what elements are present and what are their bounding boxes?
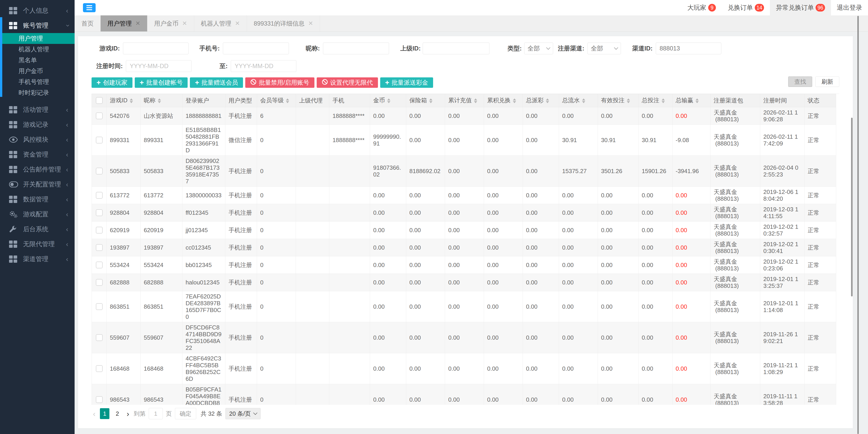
cell-id: 542076 bbox=[107, 107, 141, 124]
tab-detail-899331[interactable]: 899331的详细信息✕ bbox=[247, 16, 320, 31]
reg-time-start-input[interactable] bbox=[126, 60, 191, 72]
column-header-coin[interactable]: 金币 bbox=[370, 94, 406, 107]
topbar-item-abnormal-exchange-orders[interactable]: 异常兑换订单96 bbox=[770, 0, 831, 16]
sidebar-item-backend-system[interactable]: 后台系统‹ bbox=[0, 222, 74, 237]
sidebar-item-game-config[interactable]: 游戏配置‹ bbox=[0, 207, 74, 222]
create-player-button[interactable]: +创建玩家 bbox=[92, 77, 132, 88]
refresh-button[interactable]: 刷新 bbox=[815, 77, 839, 87]
sidebar-item-switch-config-mgmt[interactable]: 开关配置管理‹ bbox=[0, 177, 74, 192]
topbar-item-exchange-orders[interactable]: 兑换订单14 bbox=[722, 0, 770, 16]
tab-robot-mgmt[interactable]: 机器人管理✕ bbox=[194, 16, 247, 31]
column-header-valid_bet[interactable]: 有效投注 bbox=[598, 94, 639, 107]
sidebar-item-activity-mgmt[interactable]: 活动管理‹ bbox=[0, 102, 74, 117]
game-id-input[interactable] bbox=[123, 42, 188, 54]
column-header-payout[interactable]: 总派彩 bbox=[523, 94, 559, 107]
channel-id-input[interactable] bbox=[656, 42, 721, 54]
sort-icon[interactable] bbox=[662, 97, 665, 105]
tab-home[interactable]: 首页 bbox=[74, 16, 101, 31]
row-checkbox[interactable] bbox=[96, 137, 103, 143]
column-header-recharge[interactable]: 累计充值 bbox=[445, 94, 484, 107]
sort-icon[interactable] bbox=[582, 97, 585, 105]
close-icon[interactable]: ✕ bbox=[308, 20, 313, 27]
sidebar-item-unlimited-agent-mgmt[interactable]: 无限代管理‹ bbox=[0, 237, 74, 252]
sort-icon[interactable] bbox=[513, 97, 516, 105]
column-header-id[interactable]: 游戏ID bbox=[107, 94, 141, 107]
type-select[interactable]: 全部 bbox=[524, 42, 553, 54]
sort-icon[interactable] bbox=[627, 97, 630, 105]
tab-user-mgmt[interactable]: 用户管理✕ bbox=[101, 16, 147, 31]
page-button-2[interactable]: 2 bbox=[113, 408, 122, 419]
row-checkbox[interactable] bbox=[96, 365, 103, 372]
row-checkbox[interactable] bbox=[96, 209, 103, 216]
page-button-1[interactable]: 1 bbox=[100, 408, 110, 419]
table-scrollbar-thumb[interactable] bbox=[851, 118, 852, 296]
goto-page-input[interactable] bbox=[149, 408, 163, 419]
batch-disable-enable-account-button[interactable]: 批量禁用/启用账号 bbox=[245, 77, 314, 88]
sidebar-subitem-user-coins[interactable]: 用户金币 bbox=[0, 66, 74, 77]
select-all-checkbox[interactable] bbox=[96, 97, 103, 104]
next-page-button[interactable]: › bbox=[125, 409, 130, 418]
row-checkbox[interactable] bbox=[96, 396, 103, 403]
page-size-select[interactable]: 20 条/页 bbox=[225, 408, 260, 419]
topbar-item-big-players[interactable]: 大玩家9 bbox=[682, 0, 722, 16]
column-header-total_bet[interactable]: 总投注 bbox=[639, 94, 673, 107]
column-header-total_win[interactable]: 总输赢 bbox=[673, 94, 710, 107]
close-icon[interactable]: ✕ bbox=[182, 20, 187, 27]
row-checkbox[interactable] bbox=[96, 227, 103, 233]
confirm-button[interactable]: 确定 bbox=[175, 408, 196, 419]
reg-time-end-input[interactable] bbox=[231, 60, 296, 72]
column-header-vip[interactable]: 会员等级 bbox=[257, 94, 296, 107]
close-icon[interactable]: ✕ bbox=[235, 20, 240, 27]
column-header-nick[interactable]: 昵称 bbox=[141, 94, 182, 107]
sidebar-item-personal-info[interactable]: 个人信息‹ bbox=[0, 3, 74, 18]
sidebar-subitem-user-mgmt[interactable]: 用户管理 bbox=[0, 33, 74, 44]
cell-pack: 天盛真金 (888013) bbox=[710, 384, 760, 405]
row-checkbox[interactable] bbox=[96, 192, 103, 199]
column-header-exchange[interactable]: 累积兑换 bbox=[484, 94, 523, 107]
phone-input[interactable] bbox=[223, 42, 289, 54]
row-checkbox[interactable] bbox=[96, 303, 103, 310]
topbar-item-logout[interactable]: 退出登录 bbox=[831, 0, 868, 16]
parent-id-input[interactable] bbox=[423, 42, 489, 54]
sidebar-item-channel-mgmt[interactable]: 渠道管理‹ bbox=[0, 252, 74, 266]
batch-gift-vip-button[interactable]: +批量赠送会员 bbox=[190, 77, 243, 88]
row-checkbox[interactable] bbox=[96, 168, 103, 174]
sidebar-subitem-robot-mgmt[interactable]: 机器人管理 bbox=[0, 44, 74, 55]
sort-icon[interactable] bbox=[387, 97, 391, 105]
sidebar-subitem-ssc-records[interactable]: 时时彩记录 bbox=[0, 87, 74, 98]
set-agent-unlimited-button[interactable]: 设置代理无限代 bbox=[317, 77, 378, 88]
sidebar-item-game-records[interactable]: 游戏记录‹ bbox=[0, 117, 74, 132]
search-button[interactable]: 查找 bbox=[788, 77, 812, 87]
page-scrollbar[interactable] bbox=[857, 16, 859, 434]
batch-send-bonus-button[interactable]: +批量派送彩金 bbox=[380, 77, 433, 88]
sort-icon[interactable] bbox=[130, 97, 133, 105]
column-header-flow[interactable]: 总流水 bbox=[559, 94, 598, 107]
sidebar-item-funds-mgmt[interactable]: 资金管理‹ bbox=[0, 147, 74, 162]
row-checkbox[interactable] bbox=[96, 279, 103, 286]
prev-page-button[interactable]: ‹ bbox=[92, 409, 97, 418]
batch-create-account-button[interactable]: +批量创建帐号 bbox=[135, 77, 188, 88]
sidebar-subitem-phone-mgmt[interactable]: 手机号管理 bbox=[0, 77, 74, 87]
sidebar-item-account-mgmt[interactable]: 账号管理‹ bbox=[0, 18, 74, 33]
row-checkbox[interactable] bbox=[96, 262, 103, 268]
menu-toggle-button[interactable] bbox=[83, 3, 96, 12]
sidebar-item-notice-mail-mgmt[interactable]: 公告邮件管理‹ bbox=[0, 162, 74, 177]
row-checkbox[interactable] bbox=[96, 244, 103, 251]
sort-icon[interactable] bbox=[546, 97, 549, 105]
sort-icon[interactable] bbox=[429, 97, 432, 105]
sidebar-item-data-mgmt[interactable]: 数据管理‹ bbox=[0, 192, 74, 207]
cell-vip: 6 bbox=[257, 107, 296, 124]
sort-icon[interactable] bbox=[286, 97, 289, 105]
reg-channel-select[interactable]: 全部 bbox=[587, 42, 621, 54]
sidebar-item-risk-control[interactable]: 风控模块‹ bbox=[0, 132, 74, 147]
close-icon[interactable]: ✕ bbox=[135, 20, 141, 27]
sort-icon[interactable] bbox=[474, 97, 477, 105]
tab-user-coins[interactable]: 用户金币✕ bbox=[147, 16, 194, 31]
nickname-input[interactable] bbox=[323, 42, 389, 54]
sort-icon[interactable] bbox=[695, 97, 699, 105]
row-checkbox[interactable] bbox=[96, 112, 103, 119]
sidebar-subitem-blacklist[interactable]: 黑名单 bbox=[0, 55, 74, 66]
row-checkbox[interactable] bbox=[96, 334, 103, 341]
sort-icon[interactable] bbox=[158, 97, 161, 105]
column-header-safe[interactable]: 保险箱 bbox=[406, 94, 445, 107]
